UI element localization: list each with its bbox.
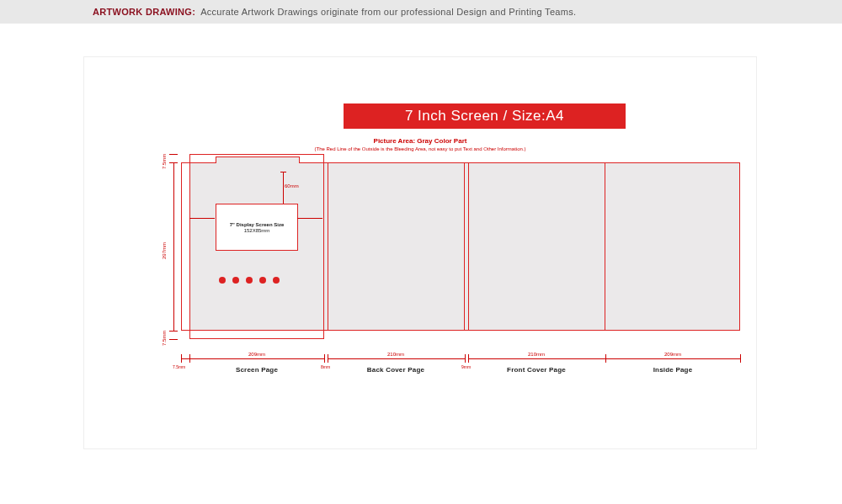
screen-size-value: 152X85mm	[244, 228, 270, 233]
hdim-gap2-label: 9mm	[461, 364, 471, 369]
dim-60-line	[283, 172, 284, 204]
note-line-1: Picture Area: Gray Color Part	[84, 137, 756, 145]
hdim-tick	[465, 354, 466, 363]
panel-front-cover	[468, 162, 605, 331]
page-name-screen: Screen Page	[236, 366, 278, 374]
hdim-seg-bleed	[181, 358, 189, 359]
hdim-seg-p1	[189, 358, 324, 359]
dim-285-left-line	[189, 218, 215, 219]
hdim-p4-label: 209mm	[664, 352, 681, 357]
vdim-bleed-top: 7.5mm	[162, 154, 167, 169]
vdim-height: 297mm	[162, 242, 167, 259]
hdim-bleed-left-label: 7.5mm	[173, 364, 185, 369]
hdim-p1-label: 209mm	[248, 352, 265, 357]
hdim-tick	[324, 354, 325, 363]
vdim-tick	[169, 339, 178, 340]
page-name-front: Front Cover Page	[507, 366, 566, 374]
vdim-tick	[169, 154, 178, 155]
next-icon	[246, 277, 253, 284]
play-icon	[232, 277, 239, 284]
screen-cutout: 7" Display Screen Size 152X85mm	[216, 204, 298, 251]
bleed-left-flap	[181, 162, 189, 331]
hdim-tick	[740, 354, 741, 363]
banner-description: Accurate Artwork Drawings originate from…	[200, 7, 576, 17]
banner-label: ARTWORK DRAWING:	[93, 7, 195, 17]
notes-block: Picture Area: Gray Color Part (The Red L…	[84, 137, 756, 151]
page-name-inside: Inside Page	[653, 366, 693, 374]
prev-icon	[219, 277, 226, 284]
hdim-gap1-label: 8mm	[321, 364, 330, 369]
vol-up-icon	[273, 277, 280, 284]
dieline-diagram: 7.5mm 297mm 7.5mm 60mm 28.5mm 28.5mm 7" …	[160, 154, 749, 347]
dim-60-tick	[280, 172, 286, 172]
screen-size-title: 7" Display Screen Size	[230, 222, 285, 227]
panel-screen-page: 60mm 28.5mm 28.5mm 7" Display Screen Siz…	[189, 162, 324, 331]
bleed-bottom-flap	[189, 331, 324, 339]
vdim-bleed-bottom: 7.5mm	[162, 331, 167, 346]
hdim-seg-p3	[468, 358, 605, 359]
horizontal-dimension-group: 209mm 210mm 210mm 209mm 7.5mm 8mm 9mm Sc…	[189, 354, 745, 379]
hdim-p2-label: 210mm	[387, 352, 404, 357]
hdim-seg-p4	[605, 358, 740, 359]
note-line-2: (The Red Line of the Outside is the Blee…	[84, 146, 756, 151]
hdim-seg-p2	[328, 358, 465, 359]
control-button-row	[219, 277, 280, 284]
vdim-tick	[169, 162, 178, 163]
vdim-tick	[169, 331, 178, 332]
dim-60mm-label: 60mm	[285, 183, 299, 188]
vdim-main-line	[173, 162, 174, 331]
hdim-p3-label: 210mm	[528, 352, 545, 357]
top-flap-outline	[216, 157, 300, 163]
page-name-back: Back Cover Page	[367, 366, 424, 374]
drawing-sheet: 7 Inch Screen / Size:A4 Picture Area: Gr…	[84, 57, 756, 448]
panel-row: 60mm 28.5mm 28.5mm 7" Display Screen Siz…	[189, 162, 740, 331]
header-banner: ARTWORK DRAWING: Accurate Artwork Drawin…	[0, 0, 842, 24]
dim-285-right-line	[297, 218, 322, 219]
panel-inside-page	[605, 162, 740, 331]
panel-back-cover	[328, 162, 465, 331]
title-bar: 7 Inch Screen / Size:A4	[344, 103, 626, 129]
vol-down-icon	[259, 277, 266, 284]
